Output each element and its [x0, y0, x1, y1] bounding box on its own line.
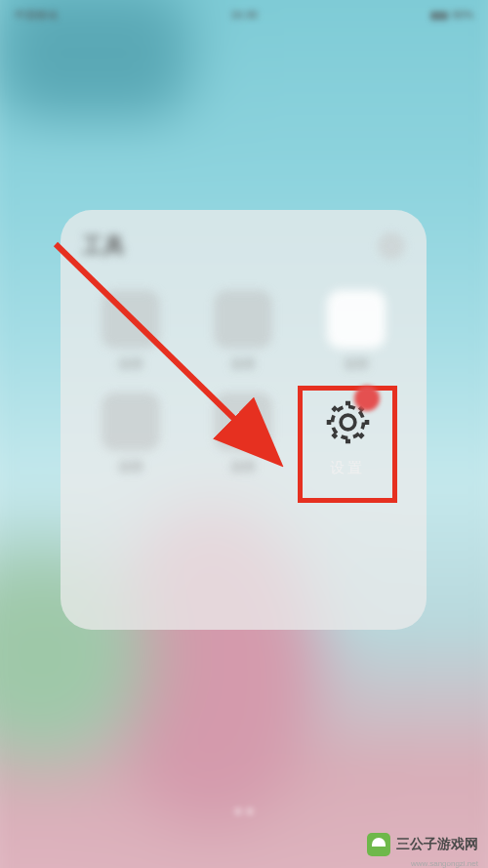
app-item[interactable]: 应用 [194, 290, 292, 373]
settings-app[interactable]: 设置 [303, 391, 392, 477]
app-icon [102, 290, 160, 349]
watermark-text: 三公子游戏网 [396, 836, 478, 853]
carrier-label: 中国移动 [15, 8, 58, 22]
svg-point-1 [332, 406, 363, 437]
settings-label: 设置 [330, 459, 365, 477]
status-icons: ▮▮▮ [430, 9, 448, 21]
page-indicator [235, 808, 253, 814]
app-icon [214, 290, 272, 349]
app-label: 应用 [119, 459, 142, 475]
app-icon [214, 393, 272, 451]
app-label: 应用 [231, 356, 255, 373]
app-item[interactable]: 应用 [307, 290, 405, 373]
svg-point-0 [341, 415, 355, 430]
app-item[interactable]: 应用 [82, 290, 180, 373]
app-icon [327, 290, 386, 349]
app-label: 应用 [119, 356, 142, 373]
folder-close-button[interactable] [378, 232, 405, 260]
watermark: 三公子游戏网 [367, 833, 478, 856]
watermark-url: www.sangongzi.net [411, 859, 478, 868]
app-label: 应用 [231, 459, 255, 475]
folder-title: 工具 [82, 231, 125, 261]
app-label: 应用 [345, 356, 368, 373]
app-icon [102, 393, 160, 451]
app-item[interactable]: 应用 [82, 393, 180, 475]
app-item[interactable]: 应用 [194, 393, 292, 475]
status-bar: 中国移动 16:30 ▮▮▮ 80% [0, 0, 488, 29]
notification-badge [354, 386, 380, 411]
battery-label: 80% [452, 9, 473, 21]
time-label: 16:30 [230, 9, 258, 21]
watermark-logo-icon [367, 833, 390, 856]
